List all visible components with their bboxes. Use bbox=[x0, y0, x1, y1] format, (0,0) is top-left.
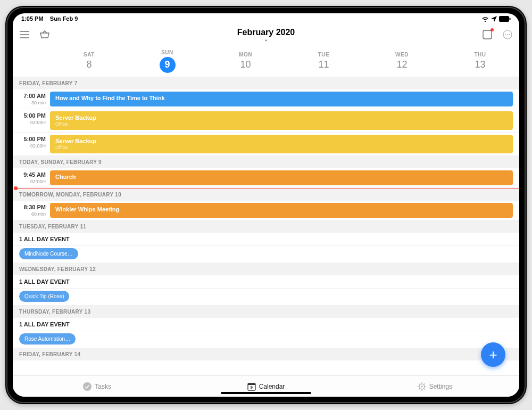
event-title: Server Backup bbox=[55, 138, 508, 144]
all-day-label: 1 ALL DAY EVENT bbox=[13, 233, 519, 246]
chip-row: Rose Automation… bbox=[13, 331, 519, 348]
time-column: 8:30 PM60 min bbox=[13, 201, 50, 220]
event-block[interactable]: Server BackupOffice bbox=[50, 111, 513, 130]
day-column[interactable]: SAT8 bbox=[50, 45, 128, 77]
day-of-week: SUN bbox=[161, 50, 173, 55]
tab-tasks[interactable]: Tasks bbox=[13, 382, 181, 391]
section-header: THURSDAY, FEBRUARY 13 bbox=[13, 306, 519, 318]
day-column[interactable]: TUE11 bbox=[285, 45, 363, 77]
event-block[interactable]: How and Why to Find the Time to Think bbox=[50, 92, 513, 106]
event-chip[interactable]: Quick Tip (Rose) bbox=[19, 291, 69, 302]
day-column[interactable]: MON10 bbox=[206, 45, 285, 77]
event-row: 8:30 PM60 minWinkler Whips Meeting bbox=[13, 201, 519, 220]
day-number: 9 bbox=[160, 57, 176, 73]
event-time: 7:00 AM bbox=[17, 93, 46, 99]
svg-line-19 bbox=[419, 388, 420, 389]
event-title: How and Why to Find the Time to Think bbox=[55, 95, 508, 101]
svg-line-17 bbox=[423, 388, 425, 389]
status-date: Sun Feb 9 bbox=[50, 15, 78, 22]
event-duration: 02:00H bbox=[17, 179, 46, 184]
battery-icon bbox=[499, 16, 511, 22]
section-header: TUESDAY, FEBRUARY 11 bbox=[13, 220, 519, 233]
all-day-label: 1 ALL DAY EVENT bbox=[13, 275, 519, 289]
day-column[interactable]: SUN9 bbox=[128, 45, 206, 77]
event-title: Server Backup bbox=[55, 114, 508, 121]
event-time: 9:45 AM bbox=[17, 171, 46, 178]
status-time: 1:05 PM bbox=[21, 15, 44, 22]
section-header: FRIDAY, FEBRUARY 14 bbox=[13, 348, 519, 360]
basket-icon bbox=[39, 30, 50, 39]
home-indicator[interactable] bbox=[221, 392, 311, 394]
section-header: WEDNESDAY, FEBRUARY 12 bbox=[13, 263, 519, 275]
ipad-frame: 1:05 PM Sun Feb 9 February 2020 ⌄ bbox=[5, 6, 527, 404]
day-number: 10 bbox=[240, 59, 251, 70]
svg-point-11 bbox=[421, 386, 423, 388]
wifi-icon bbox=[481, 16, 489, 22]
event-subtitle: Office bbox=[55, 121, 508, 127]
event-row: 9:45 AM02:00HChurch bbox=[13, 168, 519, 188]
day-number: 12 bbox=[396, 59, 407, 70]
all-day-label: 1 ALL DAY EVENT bbox=[13, 318, 519, 331]
hamburger-icon bbox=[20, 31, 29, 38]
notifications-button[interactable] bbox=[481, 28, 494, 41]
month-title: February 2020 ⌄ bbox=[13, 28, 519, 42]
gear-icon bbox=[418, 382, 426, 391]
event-block[interactable]: Server BackupOffice bbox=[50, 135, 513, 153]
tab-calendar[interactable]: 9 Calendar bbox=[181, 382, 350, 391]
inbox-button[interactable] bbox=[38, 28, 51, 41]
event-row: 7:00 AM30 minHow and Why to Find the Tim… bbox=[13, 89, 519, 109]
section-header: FRIDAY, FEBRUARY 7 bbox=[13, 77, 519, 89]
section-header: TODAY, SUNDAY, FEBRUARY 9 bbox=[13, 156, 519, 168]
current-time-indicator bbox=[16, 188, 519, 188]
svg-point-4 bbox=[505, 34, 506, 35]
day-column[interactable]: WED12 bbox=[363, 45, 441, 77]
event-title: Winkler Whips Meeting bbox=[55, 206, 508, 212]
event-chip[interactable]: Rose Automation… bbox=[19, 333, 76, 345]
tab-settings[interactable]: Settings bbox=[351, 382, 519, 391]
more-icon bbox=[503, 30, 512, 39]
agenda-list[interactable]: FRIDAY, FEBRUARY 77:00 AM30 minHow and W… bbox=[13, 77, 519, 375]
event-chip[interactable]: MindNode Course… bbox=[19, 248, 78, 259]
day-of-week: SAT bbox=[84, 52, 95, 58]
day-number: 11 bbox=[318, 59, 329, 70]
svg-line-16 bbox=[419, 383, 420, 384]
day-of-week: WED bbox=[395, 52, 409, 58]
status-bar: 1:05 PM Sun Feb 9 bbox=[13, 13, 519, 24]
day-number: 8 bbox=[86, 59, 92, 70]
svg-rect-2 bbox=[483, 30, 492, 39]
event-row: 5:00 PM02:00HServer BackupOffice bbox=[13, 109, 519, 133]
event-duration: 60 min bbox=[17, 211, 46, 217]
day-of-week: TUE bbox=[318, 52, 330, 58]
chip-row: Quick Tip (Rose) bbox=[13, 289, 519, 306]
tray-icon bbox=[483, 30, 492, 39]
chevron-down-icon: ⌄ bbox=[13, 36, 519, 42]
day-column[interactable]: THU13 bbox=[441, 45, 519, 77]
time-column: 9:45 AM02:00H bbox=[13, 168, 50, 187]
screen: 1:05 PM Sun Feb 9 February 2020 ⌄ bbox=[13, 13, 519, 397]
event-block[interactable]: Church bbox=[50, 170, 513, 185]
menu-button[interactable] bbox=[18, 28, 31, 41]
event-duration: 02:00H bbox=[17, 143, 46, 149]
month-title-text: February 2020 bbox=[237, 28, 295, 37]
section-header: TOMORROW, MONDAY, FEBRUARY 10 bbox=[13, 188, 519, 201]
plus-icon: + bbox=[489, 347, 497, 363]
event-row: 5:00 PM02:00HServer BackupOffice bbox=[13, 133, 519, 156]
location-icon bbox=[491, 16, 497, 22]
day-of-week: THU bbox=[474, 52, 486, 58]
svg-line-18 bbox=[423, 383, 425, 384]
tab-label: Tasks bbox=[95, 383, 111, 390]
event-time: 8:30 PM bbox=[17, 204, 46, 210]
event-time: 5:00 PM bbox=[17, 112, 46, 119]
more-button[interactable] bbox=[501, 28, 514, 41]
time-column: 5:00 PM02:00H bbox=[13, 133, 50, 155]
svg-rect-1 bbox=[510, 18, 511, 20]
event-block[interactable]: Winkler Whips Meeting bbox=[50, 203, 513, 218]
day-number: 13 bbox=[475, 59, 485, 70]
event-title: Church bbox=[55, 174, 508, 180]
svg-rect-0 bbox=[499, 16, 509, 22]
add-event-button[interactable]: + bbox=[481, 342, 505, 367]
top-toolbar: February 2020 ⌄ bbox=[13, 24, 519, 45]
event-duration: 30 min bbox=[17, 100, 46, 105]
svg-point-6 bbox=[509, 34, 510, 35]
time-column: 5:00 PM02:00H bbox=[13, 109, 50, 132]
